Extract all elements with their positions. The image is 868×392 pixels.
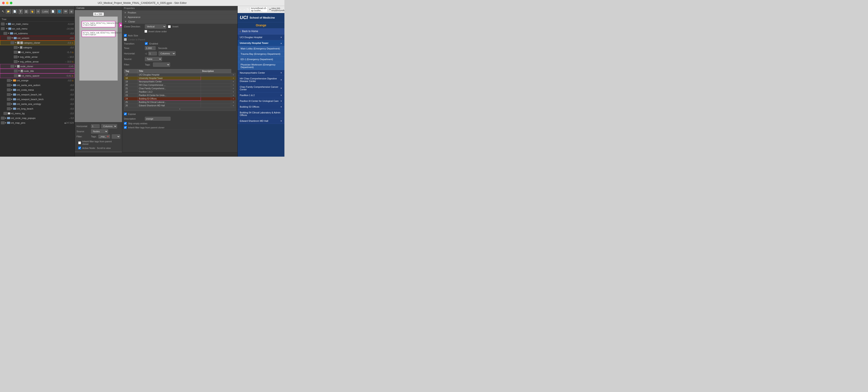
table-row[interactable]: 19Neuropsychiatric Center✕ <box>124 80 236 83</box>
nav-sub-item-trauma-bay[interactable]: Trauma Bay (Emergency Department) <box>238 51 284 57</box>
maximize-button[interactable] <box>10 2 12 4</box>
tree-item-scr-main-menu[interactable]: scr_main_menu ↓6,110 <box>0 22 74 26</box>
invert-checkbox[interactable] <box>168 25 171 28</box>
row-delete-button[interactable]: ✕ <box>232 84 234 86</box>
tree-item-cnt-newport-beach-hill[interactable]: cnt_newport_beach_hill ↓0,0 <box>0 92 74 97</box>
tree-item-rct-menu-spacer2[interactable]: rct_menu_spacer ↑0,42 ⚠ <box>0 74 74 78</box>
horizontal-input2[interactable] <box>91 124 100 128</box>
cloner-section-header[interactable]: Cloner <box>122 20 238 24</box>
description-input[interactable] <box>145 117 170 121</box>
table-row[interactable]: 22Pavillion 1 & 2✕ <box>124 90 236 94</box>
nav-item-hh-chao[interactable]: HH Chao Comprehensive Digestive Disease … <box>238 76 284 84</box>
tags-remove-button[interactable]: ✕ <box>107 135 109 138</box>
nav-item-neuropsychiatric[interactable]: Neuropsychiatric Center ▼ <box>238 70 284 76</box>
tree-item-cnt-map-pins[interactable]: cnt_map_pins ◆247,629 <box>0 120 74 125</box>
canvas-area[interactable]: 6 x 150 ${*sty_table_42}${*sty_tdata}$(c… <box>75 10 122 152</box>
horizontal-input[interactable] <box>148 52 157 55</box>
tree-item-node-cloner[interactable]: ⊞ node_cloner ↓0,45 <box>0 64 74 69</box>
table-row[interactable]: 18University Hospital Tower✕ <box>124 77 236 80</box>
table-row[interactable]: 17UCI Douglas Hospital✕ <box>124 73 236 77</box>
filter-tags-select[interactable] <box>153 62 170 67</box>
grid-tool[interactable]: ⊞ <box>36 9 40 13</box>
map-tool[interactable]: 🗺 <box>63 10 68 13</box>
tree-item-cnt-long-beach[interactable]: cnt_long_beach ↓0,0 <box>0 106 74 111</box>
canvas-code-element-2[interactable]: ${*sty_table_sub_42}${*sty_tdata}$(ut)</… <box>82 31 115 37</box>
browser-url-bar[interactable]: tonyredhead.s3-ap-southe... <box>250 7 268 12</box>
skip-empty-checkbox[interactable] <box>124 122 127 125</box>
nav-item-uci-douglas[interactable]: UCI Douglas Hospital ▼ <box>238 34 284 40</box>
clone-direction-select[interactable]: Vertical <box>145 24 166 29</box>
lottie-tool[interactable]: Lottie <box>41 10 49 13</box>
nav-sub-item-physician-workroom[interactable]: Physician Workroom (Emergency Department… <box>238 62 284 70</box>
gmail-indicator[interactable]: ✉ Inbox (69) · tony@tonyredhe... <box>269 7 284 12</box>
row-delete-button[interactable]: ✕ <box>232 74 234 76</box>
tree-item-rct-menu-bg[interactable]: rct_menu_bg ↓0,0 <box>0 111 74 116</box>
tree-item-scr-sub-menu[interactable]: scr_sub_menu ↓14,150 <box>0 26 74 31</box>
pdf-tool[interactable]: 📄 <box>51 9 56 13</box>
tags-select[interactable] <box>112 134 120 139</box>
nav-sub-item-ed1[interactable]: ED-1 (Emergency Department) <box>238 57 284 62</box>
minimize-button[interactable] <box>6 2 8 4</box>
scroll-to-view-checkbox[interactable] <box>78 146 81 149</box>
table-row[interactable]: 24Building 53 Offices✕ <box>124 97 236 101</box>
time-input[interactable] <box>145 46 156 50</box>
source-select[interactable]: Table <box>145 57 162 61</box>
center-parent-checkbox[interactable] <box>124 38 127 41</box>
appearance-section-header[interactable]: Appearance <box>122 15 238 19</box>
nav-item-pavilion-iii[interactable]: Pavilion III Center for Urological Care … <box>238 98 284 104</box>
invert-order-checkbox[interactable] <box>145 30 147 33</box>
monitor-tool[interactable]: 🖥 <box>69 10 73 13</box>
row-delete-button[interactable]: ✕ <box>232 77 234 79</box>
row-delete-button[interactable]: ✕ <box>232 105 234 107</box>
table-row[interactable]: 23Pavilion III Center for Urolo...✕ <box>124 94 236 97</box>
add-row-button[interactable]: + <box>179 108 181 110</box>
row-delete-button[interactable]: ✕ <box>232 80 234 83</box>
table-row[interactable]: 21Chao Family Comprehensi...✕ <box>124 87 236 90</box>
source-select2[interactable]: Nodes <box>91 129 108 134</box>
row-delete-button[interactable]: ✕ <box>232 94 234 96</box>
pointer-tool[interactable]: 👆 <box>30 9 35 13</box>
tree-item-cnt-ucisom[interactable]: cnt_ucisom ↓0,0 <box>0 36 74 40</box>
table-row[interactable]: 20HH Chao Comprehensive ...✕ <box>124 83 236 87</box>
table-add-row[interactable]: + <box>124 107 236 111</box>
table-row[interactable]: 25Building 54 Clincal Laborat...✕ <box>124 101 236 104</box>
tree-item-cnt-orange[interactable]: cnt_orange ↓0,0 ⚠ <box>0 78 74 83</box>
back-to-home-button[interactable]: ‹ Back to Home <box>238 28 284 34</box>
nav-item-university-hospital[interactable]: University Hospital Tower ▲ <box>238 40 284 46</box>
columns-select2[interactable]: Columns <box>101 124 117 129</box>
expose-checkbox[interactable] <box>124 113 127 115</box>
tree-item-node-title[interactable]: T node_title ↓0,0 <box>0 69 74 74</box>
nav-item-building-54[interactable]: Building 54 Clincal Laboratory & Admin O… <box>238 110 284 118</box>
table-row[interactable]: 26Edward Shanbrom MD Hall✕ <box>124 104 236 107</box>
position-section-header[interactable]: Position <box>122 10 238 15</box>
nav-item-edward-shanbrom[interactable]: Edward Shanbrom MD Hall ▼ <box>238 118 284 124</box>
nav-item-pavillion-1-2[interactable]: Pavillion 1 & 2 ▼ <box>238 92 284 98</box>
text-tool[interactable]: T <box>19 9 23 14</box>
tree-item-svg-yellow-arrow[interactable]: svg_yellow_arrow ←10,0 ⚠ <box>0 59 74 64</box>
browser-back-button[interactable]: ← <box>239 8 242 11</box>
transition-enabled-checkbox[interactable] <box>145 42 148 45</box>
image-tool[interactable]: 🖼 <box>24 10 28 13</box>
globe-tool[interactable]: 🌐 <box>57 9 62 13</box>
browser-refresh-button[interactable]: ↻ <box>247 8 249 11</box>
nav-sub-item-main-lobby[interactable]: Main Lobby (Emergency Department) <box>238 46 284 51</box>
row-delete-button[interactable]: ✕ <box>232 101 234 103</box>
tree-item-cnt-circle-map-popups[interactable]: cnt_circle_map_popups ←0,0 <box>0 116 74 120</box>
cursor-tool[interactable]: ↖ <box>2 9 4 13</box>
row-delete-button[interactable]: ✕ <box>232 97 234 100</box>
nav-item-building-53[interactable]: Building 53 Offices ▼ <box>238 104 284 110</box>
canvas-arrow-button[interactable]: ▶ <box>119 23 122 27</box>
row-delete-button[interactable]: ✕ <box>232 91 234 93</box>
inherit-filter-checkbox[interactable] <box>78 141 81 144</box>
file-tool[interactable]: 📄 <box>12 9 17 13</box>
columns-select[interactable]: Columns <box>159 51 176 56</box>
folder-tool[interactable]: 📁 <box>6 9 11 13</box>
nav-item-chao-family[interactable]: Chao Family Comprehensive Cancer Center … <box>238 84 284 92</box>
tree-item-cnt-newport-beach-birch[interactable]: cnt_newport_beach_birch ↓0,0 <box>0 97 74 102</box>
close-button[interactable] <box>2 2 5 4</box>
row-delete-button[interactable]: ✕ <box>232 87 234 90</box>
tree-item-svg-white-arrow[interactable]: svg_white_arrow ←10,0 <box>0 55 74 59</box>
canvas-code-element-1[interactable]: ${*sty_table_42}${*sty_tdata}$(ctitle)</… <box>82 21 115 27</box>
tree-item-cnt-santa-ana-urology[interactable]: cnt_santa_ana_urology ↓0,0 <box>0 102 74 106</box>
tree-item-cnt-santa-ana-autism[interactable]: cnt_santa_ana_autism ↓0,0 <box>0 83 74 87</box>
